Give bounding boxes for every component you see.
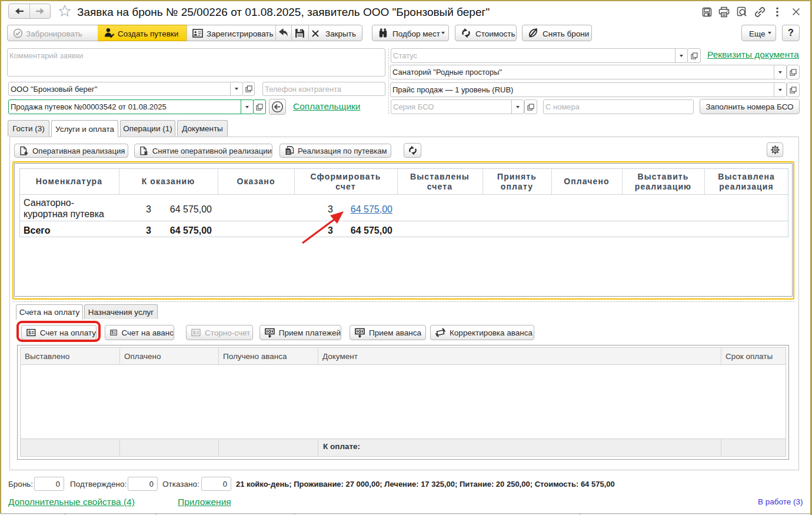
svg-text:$: $ bbox=[193, 330, 196, 335]
svg-text:$: $ bbox=[111, 330, 114, 335]
